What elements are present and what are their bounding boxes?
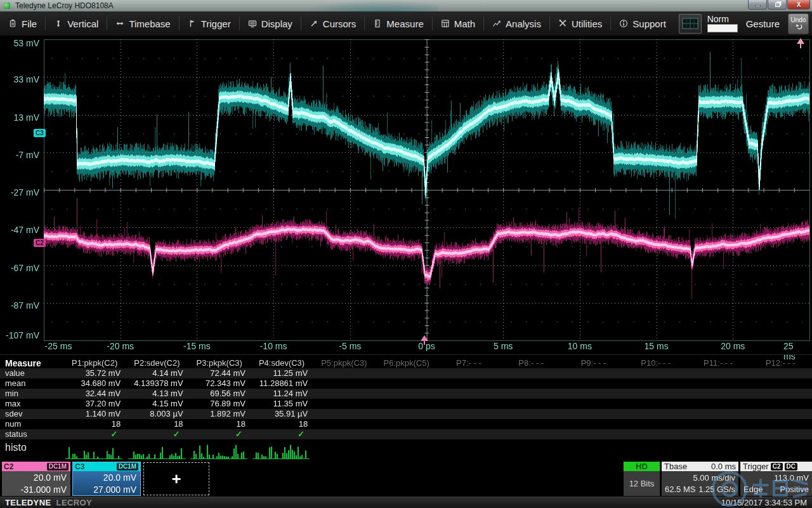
tbase-delay: 0.0 ms (711, 462, 736, 471)
measure-table-title: Measure (0, 358, 63, 368)
trigger-mode-dropdown[interactable] (707, 24, 738, 32)
measure-column-header[interactable]: P4:sdev(C3) (251, 358, 313, 368)
menu-trigger[interactable]: Trigger (180, 11, 239, 36)
measure-column-header[interactable]: P5:pkpk(C3) (313, 358, 375, 368)
measure-column-header[interactable]: P9:- - - (562, 358, 624, 368)
x-axis-label: -20 ms (107, 341, 134, 351)
brand-secondary: LECROY (56, 498, 93, 507)
horizontal-arrows-icon (115, 19, 124, 28)
y-axis-label: 33 mV (0, 74, 39, 84)
minimize-button[interactable] (748, 0, 767, 10)
menu-analysis[interactable]: Analysis (484, 11, 549, 36)
c2-descriptor-box[interactable]: C2 DC1M 20.0 mV -31.000 mV (2, 462, 70, 496)
measure-cell (375, 389, 437, 399)
measure-cell: 18 (63, 419, 126, 429)
y-axis-label: -47 mV (0, 225, 39, 235)
trigger-time-marker[interactable] (421, 335, 428, 345)
measure-cell (438, 368, 500, 378)
measure-column-header[interactable]: P6:pkpk(C5) (375, 358, 437, 368)
undo-arrow-icon (795, 23, 802, 30)
measure-cell (375, 419, 437, 429)
menu-cursors[interactable]: Cursors (301, 11, 365, 36)
measure-row-label: num (0, 419, 63, 429)
minimize-icon (755, 5, 761, 7)
trigger-mode-label: Norm (707, 15, 729, 24)
measure-column-header[interactable]: P12:- - - (749, 358, 811, 368)
menu-display[interactable]: Display (240, 11, 301, 36)
c2-offset: -31.000 mV (2, 484, 67, 496)
menu-label: Timebase (129, 18, 170, 29)
measure-cell (375, 399, 437, 409)
scope-display-area[interactable]: 53 mV33 mV13 mV-7 mV-27 mV-47 mV-67 mV-8… (0, 36, 812, 354)
hd-mode-box[interactable]: HD 12 Bits (624, 462, 660, 496)
c3-name: C3 (75, 462, 84, 471)
c2-channel-marker[interactable]: C2 (34, 239, 46, 247)
c3-channel-marker[interactable]: C3 (34, 129, 46, 137)
x-axis-label: 20 ms (721, 341, 745, 351)
plus-icon: + (171, 469, 181, 489)
grid-display-button[interactable] (679, 14, 702, 34)
histo-cell (438, 439, 500, 462)
measure-cell (438, 389, 500, 399)
status-check-icon (625, 429, 687, 439)
measure-row-label: status (0, 429, 63, 439)
measure-cell (749, 419, 811, 429)
undo-button[interactable]: Undo (788, 13, 809, 34)
menu-timebase[interactable]: Timebase (107, 11, 178, 36)
measure-column-header[interactable]: P1:pkpk(C2) (63, 358, 126, 368)
menu-utilities[interactable]: Utilities (550, 11, 610, 36)
measure-column-header[interactable]: P8:- - - (500, 358, 562, 368)
measure-cell (313, 389, 375, 399)
c3-descriptor-box[interactable]: C3 DC1M 20.0 mV 27.000 mV (72, 462, 141, 496)
menu-file[interactable]: File (0, 11, 45, 36)
restore-icon (775, 3, 780, 7)
measure-cell (687, 409, 749, 419)
hd-bits: 12 Bits (624, 471, 660, 496)
descriptor-row: C2 DC1M 20.0 mV -31.000 mV C3 DC1M 20.0 … (0, 462, 812, 497)
file-icon (8, 19, 17, 28)
restore-button[interactable] (768, 0, 787, 10)
y-axis-label: 53 mV (0, 38, 39, 48)
measure-cell (749, 389, 811, 399)
trigger-descriptor-box[interactable]: Trigger C2 DC 113.0 mV Edge Positive (740, 462, 812, 496)
trigger-level-marker[interactable] (797, 38, 804, 48)
measure-column-header[interactable]: P2:sdev(C2) (126, 358, 188, 368)
status-check-icon: ✓ (126, 429, 188, 439)
measure-cell: 8.003 µV (126, 409, 188, 419)
menu-label: Analysis (506, 18, 541, 29)
add-channel-button[interactable]: + (143, 462, 209, 495)
tbase-scale: 5.00 ms/div (665, 472, 735, 484)
menu-vertical[interactable]: Vertical (46, 11, 107, 36)
measure-row-label: min (0, 389, 63, 399)
timebase-descriptor-box[interactable]: Tbase 0.0 ms 5.00 ms/div 62.5 MS 1.25 GS… (662, 462, 738, 496)
measure-cell (375, 368, 437, 378)
measure-cell: 18 (188, 419, 251, 429)
measure-cell: 32.44 mV (63, 389, 126, 399)
menu-math[interactable]: Math (433, 11, 483, 36)
x-axis-label: -25 ms (45, 341, 72, 351)
histogram-sparkline (65, 443, 122, 460)
measure-cell (500, 419, 562, 429)
histo-cell (313, 439, 375, 462)
measure-column-header[interactable]: P3:pkpk(C3) (188, 358, 251, 368)
waveform-display[interactable] (0, 37, 812, 353)
measure-cell: 11.28861 mV (251, 378, 313, 389)
gesture-button[interactable]: Gesture (743, 18, 782, 29)
measure-cell (687, 399, 749, 409)
measure-column-header[interactable]: P11:- - - (687, 358, 749, 368)
measure-cell (500, 368, 562, 378)
tbase-label: Tbase (664, 462, 687, 471)
menu-measure[interactable]: Measure (365, 11, 431, 36)
analysis-chart-icon (492, 19, 501, 28)
trigger-level: 113.0 mV (743, 472, 809, 484)
measure-column-header[interactable]: P7:- - - (438, 358, 500, 368)
menu-support[interactable]: Support (611, 11, 674, 36)
histogram-sparkline (252, 443, 310, 460)
x-axis-label: 10 ms (568, 341, 592, 351)
measure-cell (687, 368, 749, 378)
trigger-mode-indicator[interactable]: Norm (707, 15, 738, 32)
measure-column-header[interactable]: P10:- - - (625, 358, 687, 368)
menu-label: Utilities (572, 18, 602, 29)
close-button[interactable]: X (787, 0, 810, 10)
measure-cell (687, 378, 749, 389)
